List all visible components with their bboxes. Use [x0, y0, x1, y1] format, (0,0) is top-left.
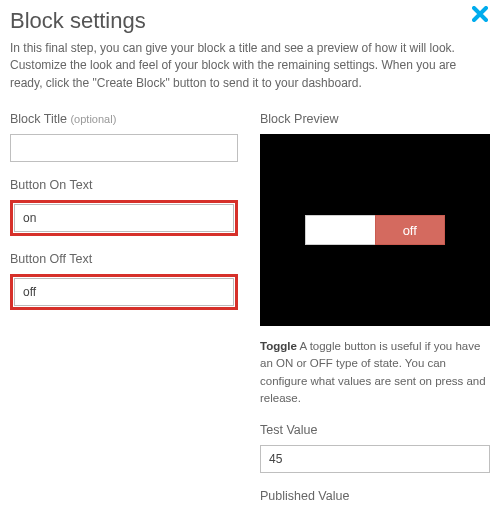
button-on-input[interactable] — [14, 204, 234, 232]
test-value-input[interactable] — [260, 445, 490, 473]
page-description: In this final step, you can give your bl… — [10, 40, 490, 92]
button-off-label: Button Off Text — [10, 252, 238, 266]
toggle-off-side: off — [375, 215, 446, 245]
page-title: Block settings — [10, 8, 146, 34]
preview-caption: Toggle A toggle button is useful if you … — [260, 338, 490, 407]
published-value-label: Published Value — [260, 489, 490, 503]
button-on-highlight — [10, 200, 238, 236]
button-off-highlight — [10, 274, 238, 310]
button-on-label: Button On Text — [10, 178, 238, 192]
toggle-widget[interactable]: off — [305, 215, 445, 245]
button-off-input[interactable] — [14, 278, 234, 306]
test-value-label: Test Value — [260, 423, 490, 437]
block-title-label: Block Title (optional) — [10, 112, 238, 126]
block-preview: off — [260, 134, 490, 326]
toggle-on-side — [305, 215, 375, 245]
block-preview-label: Block Preview — [260, 112, 490, 126]
close-icon[interactable] — [472, 6, 488, 22]
block-title-input[interactable] — [10, 134, 238, 162]
